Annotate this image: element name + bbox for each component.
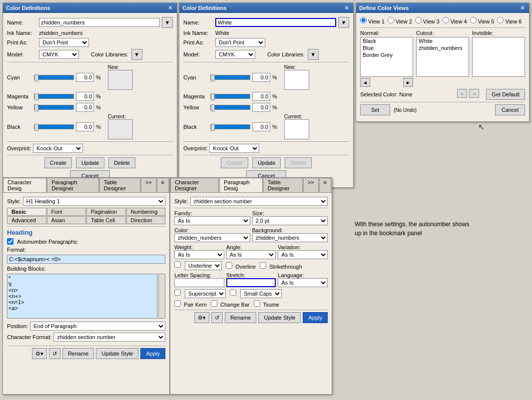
black-slider-2[interactable] — [210, 124, 250, 129]
scroll-right-btn[interactable]: ► — [403, 78, 413, 87]
color-lib-btn-1[interactable]: ▼ — [131, 49, 142, 60]
para-designer-tab-2[interactable]: Paragraph Desig — [219, 178, 263, 192]
background-select[interactable]: zhidden_numbers — [252, 233, 328, 242]
black-input-1[interactable] — [76, 122, 94, 131]
asian-tab-1[interactable]: Asian — [47, 216, 86, 224]
close-button-1[interactable]: ✕ — [167, 5, 174, 11]
cyan-input-2[interactable] — [252, 73, 270, 82]
table-designer-tab-2[interactable]: Table Designer — [263, 178, 303, 192]
invisible-listbox[interactable] — [472, 37, 525, 77]
view4-radio-label[interactable]: View 4 — [443, 17, 467, 24]
cutout-item-zhidden[interactable]: zhidden_numbers — [417, 44, 469, 51]
overprint-select-2[interactable]: Knock Out — [209, 144, 259, 153]
apply-btn-2[interactable]: Apply — [303, 312, 328, 323]
small-caps-select[interactable]: Small Caps — [240, 289, 282, 298]
pagination-tab-1[interactable]: Pagination — [86, 208, 126, 216]
cyan-slider-2[interactable] — [210, 75, 250, 80]
update-style-btn-1[interactable]: Update Style — [96, 348, 138, 359]
magenta-input-2[interactable] — [252, 92, 270, 101]
name-dropdown-2[interactable]: ▼ — [338, 17, 349, 28]
name-dropdown-1[interactable]: ▼ — [162, 17, 173, 28]
more-btn-2[interactable]: >> — [303, 178, 319, 192]
para-designer-tab-1[interactable]: Paragraph Designer — [47, 178, 99, 192]
superscript-select[interactable]: Superscript — [185, 289, 226, 298]
small-caps-checkbox[interactable] — [230, 289, 236, 296]
cyan-input-1[interactable] — [76, 73, 94, 82]
bb-item-n-eq1[interactable]: <n=1> — [8, 299, 156, 305]
autonumber-checkbox-1[interactable] — [7, 238, 13, 245]
view6-radio[interactable] — [497, 17, 504, 23]
bb-item-n[interactable]: <n> — [8, 287, 156, 293]
table-cell-tab-1[interactable]: Table Cell — [86, 216, 126, 224]
scroll-left-btn[interactable]: ◄ — [360, 78, 370, 87]
bb-item-star[interactable]: * — [8, 275, 156, 281]
tsume-checkbox[interactable] — [254, 300, 260, 307]
black-input-2[interactable] — [252, 122, 270, 131]
strikethrough-checkbox[interactable] — [260, 262, 266, 269]
print-as-select-1[interactable]: Don't Print — [39, 38, 89, 47]
normal-item-blue[interactable]: Blue — [361, 44, 413, 51]
superscript-checkbox[interactable] — [174, 289, 181, 296]
change-bar-checkbox[interactable] — [211, 300, 217, 307]
refresh-btn-1[interactable]: ↺ — [49, 348, 60, 359]
format-input-1[interactable] — [7, 255, 165, 264]
black-slider-1[interactable] — [34, 124, 74, 129]
pair-kern-label[interactable]: Pair Kern — [174, 300, 207, 308]
overline-label[interactable]: Overline — [226, 262, 256, 270]
char-designer-tab-1[interactable]: Character Desig — [3, 178, 46, 192]
numbering-tab-1[interactable]: Numbering — [126, 208, 166, 216]
cutout-item-white[interactable]: White — [417, 37, 469, 44]
building-blocks-list-1[interactable]: * \t <n> <n+> <n=1> <a> — [7, 274, 157, 319]
style-select-1[interactable]: H1 Heading 1 — [23, 197, 165, 206]
move-right-btn[interactable]: → — [469, 89, 479, 98]
advanced-tab-1[interactable]: Advanced — [7, 216, 46, 224]
overline-checkbox[interactable] — [226, 262, 232, 269]
menu-btn-1[interactable]: ≡ — [157, 178, 169, 192]
font-tab-1[interactable]: Font — [47, 208, 86, 216]
yellow-input-1[interactable] — [76, 103, 94, 112]
table-designer-tab-1[interactable]: Table Designer — [99, 178, 140, 192]
menu-btn-2[interactable]: ≡ — [319, 178, 331, 192]
bb-item-tab[interactable]: \t — [8, 281, 156, 287]
close-button-3[interactable]: ✕ — [519, 5, 526, 11]
view2-radio-label[interactable]: View 2 — [388, 17, 412, 24]
apply-btn-1[interactable]: Apply — [140, 348, 165, 359]
get-default-btn[interactable]: Get Default — [486, 89, 525, 100]
family-select[interactable]: As Is — [174, 216, 250, 225]
yellow-slider-2[interactable] — [210, 105, 250, 110]
position-select-1[interactable]: End of Paragraph — [30, 322, 165, 331]
cancel-btn-3[interactable]: Cancel — [495, 104, 525, 115]
superscript-label[interactable]: Superscript — [174, 289, 226, 298]
underline-checkbox[interactable] — [174, 261, 181, 268]
strikethrough-label[interactable]: Strikethrough — [260, 262, 302, 270]
yellow-slider-1[interactable] — [34, 105, 74, 110]
view5-radio[interactable] — [470, 17, 477, 23]
settings-btn-1[interactable]: ⚙▾ — [32, 348, 47, 359]
yellow-input-2[interactable] — [252, 103, 270, 112]
normal-item-border-grey[interactable]: Border Grey — [361, 51, 413, 58]
set-btn[interactable]: Set — [360, 104, 390, 115]
language-select[interactable]: As Is — [278, 278, 328, 287]
create-btn-2[interactable]: Create — [221, 157, 248, 168]
direction-tab-1[interactable]: Direction — [126, 216, 166, 224]
more-btn-1[interactable]: >> — [141, 178, 156, 192]
model-select-2[interactable]: CMYK — [215, 50, 255, 59]
angle-select[interactable]: As Is — [226, 250, 276, 259]
char-designer-tab-2[interactable]: Character Designer — [170, 178, 219, 192]
magenta-slider-2[interactable] — [210, 94, 250, 99]
building-blocks-scrollbar-1[interactable] — [158, 274, 165, 319]
bb-item-n-plus[interactable]: <n+> — [8, 293, 156, 299]
magenta-input-1[interactable] — [76, 92, 94, 101]
view2-radio[interactable] — [388, 17, 394, 23]
cyan-slider-1[interactable] — [34, 75, 74, 80]
update-style-btn-2[interactable]: Update Style — [258, 312, 301, 323]
refresh-btn-2[interactable]: ↺ — [211, 312, 223, 323]
print-as-select-2[interactable]: Don't Print — [215, 38, 265, 47]
style-select-2[interactable]: zhidden section number — [190, 197, 328, 206]
weight-select[interactable]: As Is — [174, 250, 224, 259]
view1-radio-label[interactable]: View 1 — [360, 17, 385, 24]
tsume-label[interactable]: Tsume — [254, 300, 279, 308]
magenta-slider-1[interactable] — [34, 94, 74, 99]
bb-item-a[interactable]: <a> — [8, 305, 156, 311]
settings-btn-2[interactable]: ⚙▾ — [194, 312, 209, 323]
